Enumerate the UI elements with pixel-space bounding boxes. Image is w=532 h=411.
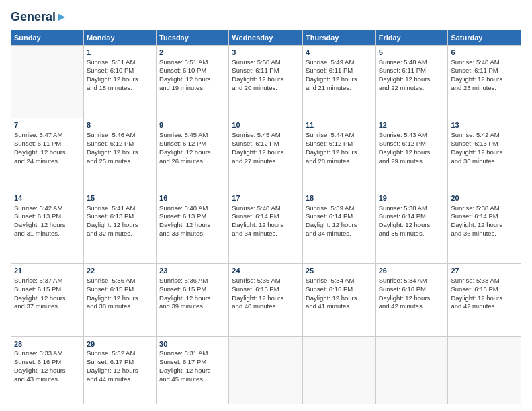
day-info-line: Sunrise: 5:48 AM [379,58,445,67]
day-number: 17 [232,193,300,203]
day-info-line: and 44 minutes. [87,375,153,384]
day-info-line: Daylight: 12 hours [232,148,300,157]
calendar-week-row: 14Sunrise: 5:42 AMSunset: 6:13 PMDayligh… [11,191,521,263]
day-info-line: Sunrise: 5:44 AM [306,131,373,140]
day-info-line: Sunset: 6:12 PM [159,140,226,148]
day-info-line: Sunset: 6:11 PM [232,66,300,75]
day-info-line: Sunset: 6:14 PM [232,212,300,221]
calendar-page: General► SundayMondayTuesdayWednesdayThu… [0,0,532,411]
day-number: 1 [87,48,153,58]
calendar-week-row: 21Sunrise: 5:37 AMSunset: 6:15 PMDayligh… [11,264,521,336]
calendar-cell: 27Sunrise: 5:33 AMSunset: 6:16 PMDayligh… [448,264,521,336]
day-info-line: Sunset: 6:17 PM [159,358,226,367]
weekday-header-thursday: Thursday [302,30,375,45]
day-info-line: Sunset: 6:10 PM [159,66,226,75]
calendar-table: SundayMondayTuesdayWednesdayThursdayFrid… [11,30,521,404]
calendar-cell [302,336,375,404]
day-info-line: Daylight: 12 hours [379,221,445,230]
calendar-week-row: 7Sunrise: 5:47 AMSunset: 6:11 PMDaylight… [11,118,521,191]
day-number: 23 [159,266,226,276]
day-info-line: Sunrise: 5:41 AM [87,204,153,213]
calendar-cell [11,45,84,118]
day-info-line: Sunset: 6:14 PM [379,212,445,221]
day-info-line: Daylight: 12 hours [451,221,518,230]
day-info-line: Sunset: 6:12 PM [306,140,373,148]
calendar-cell: 15Sunrise: 5:41 AMSunset: 6:13 PMDayligh… [83,191,156,263]
day-info-line: and 28 minutes. [306,157,373,166]
day-info-line: and 24 minutes. [14,157,81,166]
day-info-line: and 36 minutes. [451,230,518,238]
day-info-line: Sunrise: 5:50 AM [232,58,300,67]
day-number: 29 [87,339,153,349]
day-info-line: Sunrise: 5:45 AM [232,131,300,140]
day-info-line: Sunset: 6:11 PM [306,66,373,75]
day-info-line: Sunrise: 5:36 AM [159,277,226,285]
weekday-header-tuesday: Tuesday [157,30,229,45]
weekday-header-friday: Friday [375,30,448,45]
day-info-line: and 39 minutes. [159,302,226,311]
day-info-line: Sunrise: 5:34 AM [306,277,373,285]
day-number: 24 [232,266,300,276]
day-number: 21 [14,266,81,276]
day-info-line: and 38 minutes. [87,302,153,311]
day-info-line: Sunset: 6:15 PM [232,285,300,294]
day-number: 20 [451,193,518,203]
day-info-line: and 19 minutes. [159,84,226,93]
day-info-line: Sunrise: 5:42 AM [451,131,518,140]
calendar-cell: 8Sunrise: 5:46 AMSunset: 6:12 PMDaylight… [83,118,156,191]
logo-general: General [11,10,56,24]
day-info-line: and 22 minutes. [379,84,445,93]
day-number: 25 [306,266,373,276]
day-number: 3 [232,48,300,58]
day-info-line: Sunset: 6:12 PM [232,140,300,148]
day-info-line: Sunset: 6:11 PM [14,140,81,148]
day-info-line: and 31 minutes. [14,230,81,238]
day-info-line: Daylight: 12 hours [159,367,226,375]
calendar-cell: 20Sunrise: 5:38 AMSunset: 6:14 PMDayligh… [448,191,521,263]
calendar-cell: 9Sunrise: 5:45 AMSunset: 6:12 PMDaylight… [157,118,229,191]
day-number: 18 [306,193,373,203]
day-info-line: and 41 minutes. [306,302,373,311]
calendar-cell: 5Sunrise: 5:48 AMSunset: 6:11 PMDaylight… [375,45,448,118]
day-info-line: and 42 minutes. [451,302,518,311]
day-info-line: Sunset: 6:15 PM [14,285,81,294]
day-info-line: Sunrise: 5:40 AM [232,204,300,213]
day-info-line: Daylight: 12 hours [14,367,81,375]
day-info-line: Sunset: 6:12 PM [379,140,445,148]
day-info-line: Daylight: 12 hours [306,148,373,157]
day-info-line: Sunset: 6:13 PM [451,140,518,148]
logo: General► [11,11,68,24]
day-info-line: and 34 minutes. [232,230,300,238]
calendar-week-row: 1Sunrise: 5:51 AMSunset: 6:10 PMDaylight… [11,45,521,118]
day-info-line: Daylight: 12 hours [159,294,226,303]
day-info-line: Sunset: 6:16 PM [14,358,81,367]
day-number: 11 [306,120,373,130]
calendar-cell: 14Sunrise: 5:42 AMSunset: 6:13 PMDayligh… [11,191,84,263]
day-number: 7 [14,120,81,130]
day-info-line: Sunrise: 5:31 AM [159,349,226,358]
calendar-cell: 23Sunrise: 5:36 AMSunset: 6:15 PMDayligh… [157,264,229,336]
day-info-line: and 29 minutes. [379,157,445,166]
day-number: 13 [451,120,518,130]
day-info-line: Daylight: 12 hours [87,221,153,230]
calendar-cell: 30Sunrise: 5:31 AMSunset: 6:17 PMDayligh… [157,336,229,404]
day-info-line: Sunrise: 5:36 AM [87,277,153,285]
calendar-cell: 2Sunrise: 5:51 AMSunset: 6:10 PMDaylight… [157,45,229,118]
calendar-cell: 28Sunrise: 5:33 AMSunset: 6:16 PMDayligh… [11,336,84,404]
weekday-header-wednesday: Wednesday [229,30,303,45]
day-info-line: Daylight: 12 hours [159,75,226,84]
weekday-header-sunday: Sunday [11,30,84,45]
day-info-line: Sunrise: 5:51 AM [87,58,153,67]
calendar-cell: 4Sunrise: 5:49 AMSunset: 6:11 PMDaylight… [302,45,375,118]
day-info-line: Daylight: 12 hours [451,75,518,84]
day-info-line: Sunset: 6:13 PM [87,212,153,221]
calendar-cell [229,336,303,404]
day-number: 8 [87,120,153,130]
day-number: 30 [159,339,226,349]
day-info-line: and 26 minutes. [159,157,226,166]
day-info-line: and 42 minutes. [379,302,445,311]
day-info-line: Sunrise: 5:34 AM [379,277,445,285]
day-info-line: Sunset: 6:14 PM [451,212,518,221]
calendar-cell: 7Sunrise: 5:47 AMSunset: 6:11 PMDaylight… [11,118,84,191]
day-number: 10 [232,120,300,130]
